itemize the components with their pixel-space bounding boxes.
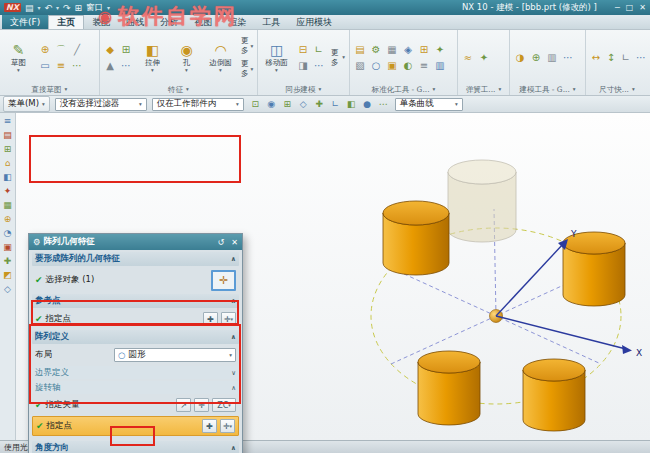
minimize-button[interactable]: ─ — [615, 3, 620, 12]
snap-icon[interactable]: ◧ — [345, 98, 358, 111]
resource-bar-icon[interactable]: ◔ — [4, 228, 12, 238]
layout-dropdown[interactable]: ○ 圆形 ▾ — [114, 348, 236, 362]
tool-icon[interactable]: ✦ — [432, 42, 448, 58]
tab-render[interactable]: 渲染 — [220, 15, 254, 29]
cylinder[interactable] — [523, 359, 585, 431]
resource-bar-icon[interactable]: ▣ — [3, 242, 12, 252]
resource-bar-icon[interactable]: ▦ — [3, 200, 12, 210]
tool-icon[interactable]: ≈ — [460, 50, 476, 66]
resource-bar-icon[interactable]: ◧ — [3, 172, 12, 182]
curve-rule-dropdown[interactable]: 单条曲线 ▾ — [395, 98, 463, 111]
snap-icon[interactable]: ✚ — [313, 98, 326, 111]
section-pattern-definition[interactable]: 阵列定义 ∧ — [32, 330, 239, 344]
undo-icon[interactable]: ↶ — [44, 3, 52, 13]
dialog-titlebar[interactable]: ⚙ 阵列几何特征 ↺ ✕ — [29, 234, 242, 250]
tool-icon[interactable]: ◐ — [400, 58, 416, 74]
tool-icon[interactable]: ⊕ — [528, 50, 544, 66]
tool-icon[interactable]: ◨ — [295, 58, 311, 74]
tool-icon[interactable]: ⋯ — [69, 58, 85, 74]
section-reference-point[interactable]: 参考点 ∧ — [32, 294, 239, 308]
tool-icon[interactable]: ⌒ — [53, 42, 69, 58]
snap-icon[interactable]: ◇ — [297, 98, 310, 111]
snap-icon[interactable]: ● — [361, 98, 374, 111]
tool-icon[interactable]: ▣ — [384, 58, 400, 74]
dialog-reset-icon[interactable]: ↺ — [218, 238, 225, 247]
tool-icon[interactable]: ⋯ — [560, 50, 576, 66]
tab-curve[interactable]: 曲线 — [118, 15, 152, 29]
snap-icon[interactable]: ⊡ — [249, 98, 262, 111]
resource-bar-icon[interactable]: ◩ — [3, 270, 12, 280]
tool-icon[interactable]: ∟ — [311, 42, 327, 58]
snap-icon[interactable]: ∟ — [329, 98, 342, 111]
zc-axis-dropdown[interactable]: ZC ▾ — [212, 398, 236, 412]
point-constructor-button[interactable]: ✛▾ — [220, 419, 235, 433]
dialog-close-icon[interactable]: ✕ — [231, 238, 238, 247]
tab-tools[interactable]: 工具 — [254, 15, 288, 29]
chevron-down-icon[interactable]: ▾ — [107, 4, 110, 11]
tool-icon[interactable]: ⊟ — [295, 42, 311, 58]
tool-icon[interactable]: ◑ — [512, 50, 528, 66]
tool-icon[interactable]: ≡ — [416, 58, 432, 74]
tool-icon[interactable]: ▥ — [544, 50, 560, 66]
close-button[interactable]: ✕ — [639, 3, 646, 12]
tab-analysis[interactable]: 分析 — [152, 15, 186, 29]
tool-icon[interactable]: ↔ — [588, 50, 604, 66]
window-icon[interactable]: ⊞ — [75, 3, 83, 13]
section-rotation-axis[interactable]: 旋转轴 ∧ — [32, 381, 239, 394]
selection-scope-dropdown[interactable]: 仅在工作部件内 ▾ — [152, 98, 244, 111]
resource-bar-icon[interactable]: ≡ — [4, 116, 12, 126]
point-dialog-button[interactable]: ✚ — [202, 419, 217, 433]
tool-icon[interactable]: ⊞ — [416, 42, 432, 58]
redo-icon[interactable]: ↷ — [63, 3, 71, 13]
tool-icon[interactable]: ◈ — [400, 42, 416, 58]
tool-icon[interactable]: ▦ — [384, 42, 400, 58]
snap-icon[interactable]: ⊞ — [281, 98, 294, 111]
section-boundary-definition[interactable]: 边界定义 ∨ — [32, 366, 239, 379]
tool-icon[interactable]: ∟ — [618, 50, 634, 66]
tab-assembly[interactable]: 装配 — [84, 15, 118, 29]
tool-icon[interactable]: ▤ — [352, 42, 368, 58]
specify-point-axis-row[interactable]: ✔ 指定点 ✚ ✛▾ — [32, 416, 239, 436]
tab-view[interactable]: 视图 — [186, 15, 220, 29]
resource-bar-icon[interactable]: ✦ — [4, 186, 12, 196]
ribbon-button[interactable]: ✎ 草图 ▾ — [2, 42, 35, 74]
tool-icon[interactable]: ╱ — [69, 42, 85, 58]
resource-bar-icon[interactable]: ◇ — [4, 284, 11, 294]
selection-filter-dropdown[interactable]: 没有选择过滤器 ▾ — [55, 98, 147, 111]
maximize-button[interactable]: □ — [626, 3, 634, 12]
section-geometry-to-pattern[interactable]: 要形成阵列的几何特征 ∧ — [32, 252, 239, 266]
tool-icon[interactable]: ≡ — [53, 58, 69, 74]
chevron-down-icon[interactable]: ▾ — [37, 4, 40, 11]
tool-icon[interactable]: ▲ — [102, 58, 118, 74]
tool-icon[interactable]: ⋯ — [311, 58, 327, 74]
save-icon[interactable]: ▤ — [25, 3, 34, 13]
tool-icon[interactable]: ▭ — [37, 58, 53, 74]
section-angle-direction[interactable]: 角度方向 ∧ — [32, 441, 239, 453]
resource-bar-icon[interactable]: ⌂ — [5, 158, 11, 168]
tool-icon[interactable]: ⊞ — [118, 42, 134, 58]
point-constructor-button[interactable]: ✛▾ — [221, 312, 236, 326]
tool-icon[interactable]: ✦ — [476, 50, 492, 66]
window-menu-label[interactable]: 窗口 — [86, 2, 103, 14]
snap-icon[interactable]: ◉ — [265, 98, 278, 111]
more-button[interactable]: 更多▾ — [239, 35, 255, 57]
cylinder[interactable] — [563, 232, 625, 306]
resource-bar-icon[interactable]: ⊞ — [4, 144, 12, 154]
point-dialog-button[interactable]: ✚ — [203, 312, 218, 326]
vector-constructor-button[interactable]: ✛ — [194, 398, 209, 412]
tool-icon[interactable]: ◆ — [102, 42, 118, 58]
ribbon-button[interactable]: ◧ 拉伸 ▾ — [136, 42, 169, 74]
tool-icon[interactable]: ⊕ — [37, 42, 53, 58]
menu-button[interactable]: 菜单(M) ▾ — [3, 96, 50, 112]
ribbon-button[interactable]: ◫ 移动面 ▾ — [260, 42, 293, 74]
resource-bar-icon[interactable]: ✚ — [4, 256, 12, 266]
resource-bar-icon[interactable]: ⊕ — [4, 214, 12, 224]
cylinder-preview[interactable] — [448, 160, 516, 242]
vector-dialog-button[interactable]: ↗ — [176, 398, 191, 412]
tab-home[interactable]: 主页 — [48, 15, 84, 29]
tab-application[interactable]: 应用模块 — [288, 15, 340, 29]
tool-icon[interactable]: ⚙ — [368, 42, 384, 58]
chevron-down-icon[interactable]: ▾ — [56, 4, 59, 11]
ribbon-button[interactable]: ◠ 边倒圆 ▾ — [204, 42, 237, 74]
tool-icon[interactable]: ▧ — [352, 58, 368, 74]
